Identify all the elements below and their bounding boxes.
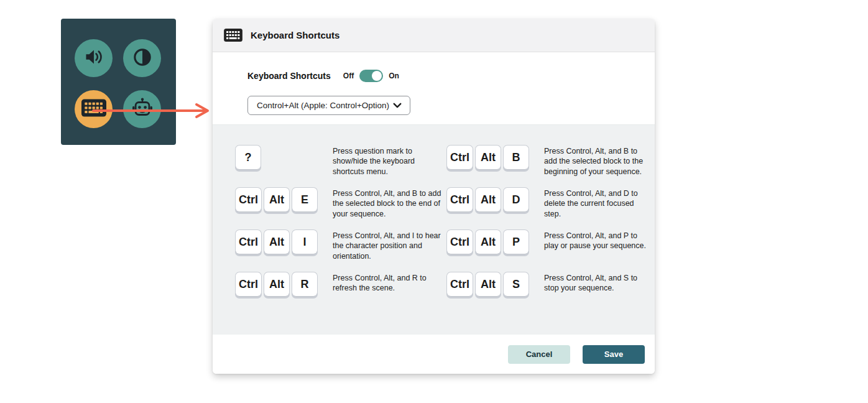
shortcut-description: Press Control, Alt, and B to add the sel… — [333, 187, 442, 219]
keyboard-shortcuts-dialog: Keyboard Shortcuts Keyboard Shortcuts Of… — [213, 19, 655, 374]
key-group: Ctrl Alt P — [446, 229, 544, 254]
keycap: Ctrl — [446, 229, 473, 254]
shortcut-description: Press Control, Alt, and I to hear the ch… — [333, 229, 442, 261]
keyboard-icon — [224, 29, 242, 42]
audio-button[interactable] — [75, 39, 113, 77]
settings-panel — [61, 19, 176, 145]
speaker-icon — [82, 45, 105, 71]
shortcut-item: Ctrl Alt D Press Control, Alt, and D to … — [446, 187, 649, 229]
robot-icon — [131, 96, 154, 123]
keycap: Ctrl — [446, 145, 473, 170]
keycap: Alt — [264, 187, 290, 212]
contrast-icon — [131, 46, 154, 71]
keycap: R — [292, 272, 318, 297]
save-button[interactable]: Save — [583, 345, 645, 364]
dialog-title: Keyboard Shortcuts — [251, 30, 339, 40]
toggle-off-label: Off — [343, 72, 354, 80]
keycap: E — [292, 187, 318, 212]
keycap: Alt — [475, 272, 501, 297]
toggle-knob — [372, 71, 382, 81]
dialog-controls: Keyboard Shortcuts Off On Control+Alt (A… — [213, 52, 655, 124]
robot-button[interactable] — [123, 90, 161, 128]
cancel-button[interactable]: Cancel — [508, 345, 570, 364]
shortcut-description: Press Control, Alt, and D to delete the … — [544, 187, 649, 219]
shortcut-list-section: ? Press question mark to show/hide the k… — [213, 124, 655, 335]
shortcut-description: Press Control, Alt, and R to refresh the… — [333, 272, 442, 294]
shortcut-description: Press Control, Alt, and B to add the sel… — [544, 145, 649, 177]
shortcut-grid: ? Press question mark to show/hide the k… — [213, 125, 655, 314]
keycap: Alt — [264, 229, 290, 254]
dialog-header: Keyboard Shortcuts — [213, 19, 655, 52]
toggle-label: Keyboard Shortcuts — [247, 71, 331, 81]
keycap: Ctrl — [446, 272, 473, 297]
keyboard-shortcuts-toggle[interactable] — [359, 70, 383, 82]
shortcut-description: Press Control, Alt, and P to play or pau… — [544, 229, 649, 251]
keyboard-shortcuts-button[interactable] — [75, 90, 113, 128]
keycap: Alt — [475, 229, 501, 254]
keycap: Alt — [475, 187, 501, 212]
keyboard-icon — [81, 99, 106, 119]
keycap: D — [503, 187, 529, 212]
keycap: Ctrl — [235, 187, 262, 212]
keycap: Ctrl — [235, 272, 262, 297]
keycap: Ctrl — [235, 229, 262, 254]
keycap: B — [503, 145, 529, 170]
shortcut-item: Ctrl Alt I Press Control, Alt, and I to … — [235, 229, 446, 272]
toggle-row: Keyboard Shortcuts Off On — [247, 70, 655, 82]
key-group: Ctrl Alt E — [235, 187, 333, 212]
shortcut-description: Press Control, Alt, and S to stop your s… — [544, 272, 649, 294]
keycap: Ctrl — [446, 187, 473, 212]
dialog-footer: Cancel Save — [213, 335, 655, 374]
keycap: S — [503, 272, 529, 297]
key-group: Ctrl Alt D — [446, 187, 544, 212]
shortcut-item: Ctrl Alt E Press Control, Alt, and B to … — [235, 187, 446, 229]
key-group: ? — [235, 145, 333, 170]
modifier-key-dropdown[interactable]: Control+Alt (Apple: Control+Option) — [247, 96, 410, 115]
keycap: I — [292, 229, 318, 254]
key-group: Ctrl Alt I — [235, 229, 333, 254]
dropdown-selected-value: Control+Alt (Apple: Control+Option) — [257, 101, 389, 110]
chevron-down-icon — [393, 103, 402, 108]
contrast-button[interactable] — [123, 39, 161, 77]
key-group: Ctrl Alt S — [446, 272, 544, 297]
keycap: Alt — [264, 272, 290, 297]
screen: Keyboard Shortcuts Keyboard Shortcuts Of… — [0, 0, 868, 403]
keycap: P — [503, 229, 529, 254]
shortcut-item: Ctrl Alt B Press Control, Alt, and B to … — [446, 145, 649, 187]
toggle-on-label: On — [389, 72, 399, 80]
shortcut-item: Ctrl Alt P Press Control, Alt, and P to … — [446, 229, 649, 272]
keycap: ? — [235, 145, 261, 170]
key-group: Ctrl Alt R — [235, 272, 333, 297]
key-group: Ctrl Alt B — [446, 145, 544, 170]
shortcut-description: Press question mark to show/hide the key… — [333, 145, 442, 177]
shortcut-item: Ctrl Alt R Press Control, Alt, and R to … — [235, 272, 446, 314]
shortcut-item: ? Press question mark to show/hide the k… — [235, 145, 446, 187]
shortcut-item: Ctrl Alt S Press Control, Alt, and S to … — [446, 272, 649, 314]
keycap: Alt — [475, 145, 501, 170]
